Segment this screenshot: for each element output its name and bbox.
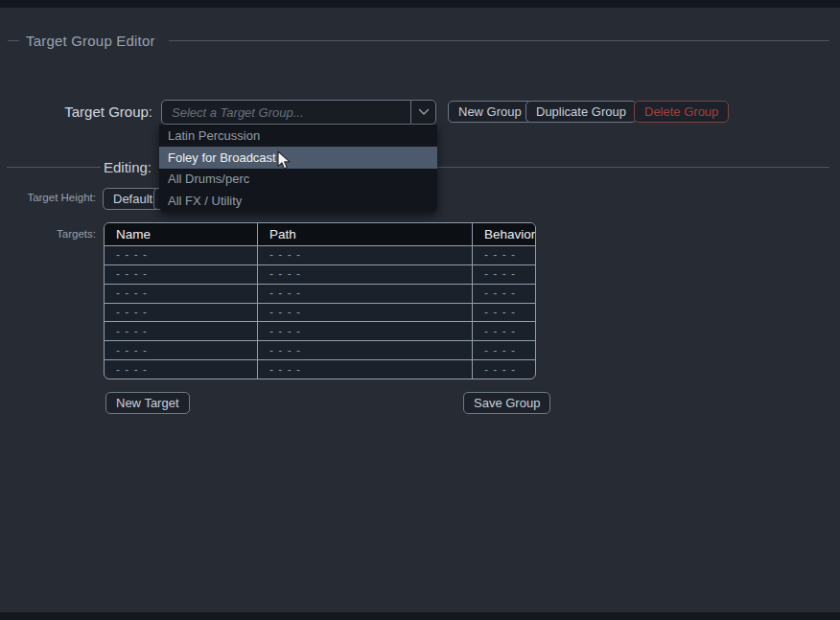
table-row[interactable]: - - - -- - - -- - - - [105,340,535,359]
table-cell: - - - - [105,304,258,322]
table-cell: - - - - [473,360,535,379]
table-row[interactable]: - - - -- - - -- - - - [105,245,535,264]
table-cell: - - - - [105,360,258,379]
table-cell: - - - - [258,304,473,322]
target-group-label: Target Group: [0,103,152,120]
table-cell: - - - - [473,322,535,340]
column-header-behavior[interactable]: Behavior [473,223,535,245]
duplicate-group-button[interactable]: Duplicate Group [525,101,637,123]
target-height-label: Target Height: [0,192,96,203]
window-bottom-edge [0,612,840,620]
window-top-edge [0,0,840,8]
header-rule [169,40,829,41]
new-group-button[interactable]: New Group [448,101,532,123]
table-cell: - - - - [105,322,258,340]
table-row[interactable]: - - - -- - - -- - - - [105,303,535,322]
table-cell: - - - - [258,285,473,303]
table-row[interactable]: - - - -- - - -- - - - [105,321,535,340]
table-cell: - - - - [473,341,535,359]
table-cell: - - - - [473,246,535,264]
target-group-editor-panel: { "window": { "title": "Target Group Edi… [0,0,840,620]
dropdown-option[interactable]: All Drums/perc [159,169,437,191]
table-cell: - - - - [105,341,258,359]
table-row[interactable]: - - - -- - - -- - - - [105,359,535,379]
editing-rule-left [7,167,101,168]
editing-label: Editing: [104,159,152,175]
delete-group-button[interactable]: Delete Group [634,101,729,123]
page-title: Target Group Editor [26,33,155,49]
table-cell: - - - - [105,246,258,264]
header-dash [8,40,19,41]
new-target-button[interactable]: New Target [105,392,190,414]
target-group-placeholder: Select a Target Group... [162,105,410,120]
editing-rule-right [436,167,829,168]
dropdown-option[interactable]: Foley for Broadcast [159,147,437,169]
table-header-row: Name Path Behavior [105,223,535,245]
table-cell: - - - - [258,322,473,340]
save-group-button[interactable]: Save Group [463,392,550,414]
table-cell: - - - - [258,265,473,284]
table-cell: - - - - [258,246,473,264]
column-header-name[interactable]: Name [105,223,258,245]
dropdown-option[interactable]: All FX / Utility [159,190,437,212]
targets-label: Targets: [0,228,96,240]
table-row[interactable]: - - - -- - - -- - - - [105,284,535,303]
table-cell: - - - - [473,304,535,322]
table-cell: - - - - [105,285,258,303]
dropdown-list: Latin PercussionFoley for BroadcastAll D… [159,125,437,212]
table-cell: - - - - [105,265,258,284]
column-header-path[interactable]: Path [258,223,473,245]
targets-table: Name Path Behavior - - - -- - - -- - - -… [104,222,536,379]
dropdown-option[interactable]: Latin Percussion [159,125,437,147]
table-cell: - - - - [473,285,535,303]
chevron-down-icon[interactable] [410,101,435,124]
target-group-select[interactable]: Select a Target Group... [161,100,436,125]
table-cell: - - - - [258,341,473,359]
table-cell: - - - - [258,360,473,379]
table-cell: - - - - [473,265,535,284]
table-row[interactable]: - - - -- - - -- - - - [105,264,535,284]
